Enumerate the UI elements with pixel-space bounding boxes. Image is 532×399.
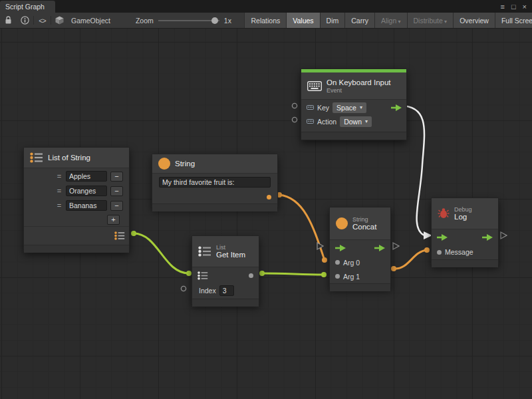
info-icon[interactable]	[17, 13, 33, 28]
getitem-list-input-port[interactable]	[186, 271, 192, 276]
node-header[interactable]: On Keyboard Input Event	[301, 72, 406, 99]
code-icon[interactable]: <>	[34, 13, 51, 28]
remove-item-button[interactable]: −	[110, 186, 123, 196]
node-subtitle: Event	[327, 87, 391, 94]
tab-script-graph[interactable]: Script Graph	[0, 1, 55, 13]
flow-output-port[interactable]	[482, 234, 493, 241]
string-value-input[interactable]	[159, 177, 271, 188]
node-string-literal[interactable]: String	[152, 154, 278, 208]
close-icon[interactable]: ×	[523, 3, 527, 11]
dim-button[interactable]: Dim	[320, 13, 345, 28]
node-ports: Message	[432, 229, 498, 259]
node-concat[interactable]: String Concat Arg 0	[329, 207, 391, 288]
drag-handle-icon[interactable]	[56, 187, 63, 195]
item-output-dot[interactable]	[249, 273, 253, 278]
node-title: List of String	[48, 154, 90, 162]
node-footer	[192, 299, 259, 307]
concat-result-port[interactable]	[391, 266, 396, 271]
log-flow-out-triangle[interactable]	[501, 232, 507, 239]
wire-list-to-getitem[interactable]	[134, 233, 189, 273]
overview-button[interactable]: Overview	[453, 13, 495, 28]
key-port-icon[interactable]	[307, 104, 314, 111]
node-title: String	[175, 160, 195, 168]
unity-visual-scripting-window: Script Graph ≡ □ × <> GameObject Zoom 1x…	[0, 0, 532, 399]
arg1-input-dot[interactable]	[335, 274, 340, 279]
list-icon	[198, 246, 211, 257]
list-item-input[interactable]	[66, 186, 107, 196]
node-header[interactable]: String	[152, 154, 277, 173]
maximize-icon[interactable]: □	[511, 3, 516, 11]
remove-item-button[interactable]: −	[110, 201, 123, 211]
string-icon	[158, 158, 170, 170]
arg0-input-dot[interactable]	[335, 260, 340, 265]
flow-input-port[interactable]	[437, 234, 448, 241]
menu-icon[interactable]: ≡	[500, 3, 504, 11]
drag-handle-icon[interactable]	[56, 172, 63, 180]
keyboard-icon	[307, 81, 322, 91]
carry-button[interactable]: Carry	[344, 13, 374, 28]
node-category: Debug	[454, 206, 472, 213]
drag-handle-icon[interactable]	[56, 201, 63, 209]
action-port-icon[interactable]	[307, 118, 314, 125]
node-title: Concat	[352, 223, 376, 231]
getitem-output-port[interactable]	[259, 271, 265, 276]
concat-flow-out-triangle[interactable]	[393, 243, 399, 249]
node-on-keyboard-input[interactable]: On Keyboard Input Event Key Space	[301, 68, 407, 140]
graph-canvas[interactable]: On Keyboard Input Event Key Space	[0, 29, 532, 399]
message-input-dot[interactable]	[437, 250, 442, 255]
concat-arg0-input-port[interactable]	[322, 257, 327, 263]
trigger-output-flow-port[interactable]	[391, 104, 402, 111]
gameobject-cube-icon	[51, 13, 68, 28]
list-output-icon[interactable]	[114, 231, 125, 240]
getitem-index-unconnected-port[interactable]	[181, 286, 186, 291]
wire-getitem-to-concat[interactable]	[262, 273, 324, 275]
index-input[interactable]	[219, 285, 234, 296]
lock-icon[interactable]	[0, 13, 17, 28]
list-item-input[interactable]	[66, 171, 107, 182]
list-icon	[30, 152, 43, 163]
zoom-slider[interactable]	[158, 13, 219, 28]
list-item-row: −	[24, 198, 129, 213]
node-log[interactable]: Debug Log Message	[431, 198, 499, 265]
keyboard-key-unconnected-port[interactable]	[292, 103, 297, 108]
action-dropdown-value: Down	[344, 118, 362, 126]
distribute-button[interactable]: Distribute	[407, 13, 454, 28]
node-list-of-string[interactable]: List of String − − −	[23, 147, 130, 252]
string-output-dot[interactable]	[267, 195, 271, 200]
flow-input-port[interactable]	[335, 245, 346, 251]
list-input-icon[interactable]	[198, 271, 208, 280]
node-header[interactable]: Debug Log	[432, 198, 498, 229]
wire-string-to-concat[interactable]	[279, 195, 325, 260]
flow-output-port[interactable]	[374, 245, 385, 251]
remove-item-button[interactable]: −	[110, 172, 123, 182]
list-item-input[interactable]	[66, 200, 107, 211]
key-port-row: Key Space	[301, 100, 406, 114]
node-title: On Keyboard Input	[327, 78, 391, 87]
key-dropdown[interactable]: Space	[332, 102, 366, 113]
index-row: Index	[192, 283, 259, 299]
wire-concat-to-log[interactable]	[394, 250, 427, 269]
add-item-row: +	[24, 213, 129, 226]
relations-button[interactable]: Relations	[244, 13, 286, 28]
list-item-row: −	[24, 169, 129, 184]
node-ports: Index	[192, 267, 259, 299]
values-button[interactable]: Values	[286, 13, 319, 28]
node-footer	[301, 132, 406, 140]
list-output-port[interactable]	[131, 231, 136, 236]
node-header[interactable]: List of String	[24, 148, 129, 168]
zoom-slider-knob[interactable]	[211, 17, 218, 24]
action-dropdown[interactable]: Down	[340, 116, 372, 127]
fullscreen-button[interactable]: Full Screen	[495, 13, 532, 28]
message-row: Message	[432, 245, 498, 259]
concat-flow-in-triangle[interactable]	[317, 243, 323, 249]
keyboard-action-unconnected-port[interactable]	[292, 117, 297, 122]
node-header[interactable]: String Concat	[330, 207, 390, 239]
message-label: Message	[445, 248, 473, 256]
node-get-item[interactable]: List Get Item Index	[192, 235, 259, 305]
node-header[interactable]: List Get Item	[192, 236, 259, 267]
log-message-input-port[interactable]	[424, 247, 430, 253]
align-button[interactable]: Align	[374, 13, 407, 28]
add-item-button[interactable]: +	[107, 215, 120, 225]
concat-arg1-input-port[interactable]	[321, 272, 327, 277]
tab-title: Script Graph	[5, 3, 45, 11]
